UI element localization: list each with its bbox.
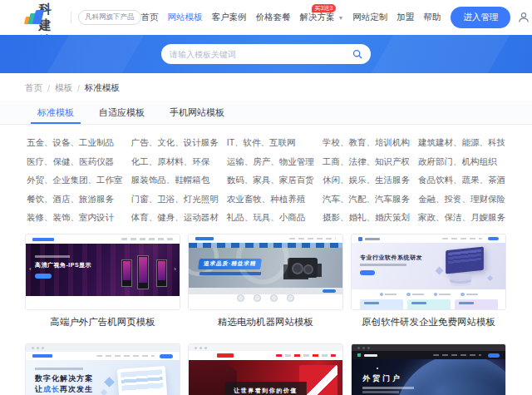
nav-item-pricing[interactable]: 价格套餐	[256, 12, 291, 23]
tab-mobile-template[interactable]: 手机网站模板	[170, 101, 224, 124]
category-link[interactable]: 农业畜牧、种植养殖	[227, 194, 314, 205]
breadcrumb-home[interactable]: 首页	[25, 82, 42, 94]
category-link[interactable]: 建筑建材、能源、科技	[418, 137, 505, 149]
mock-nav-links	[442, 238, 482, 240]
tab-responsive-template[interactable]: 自适应模板	[99, 101, 145, 124]
mock-hero-text: 外贸门户	[362, 373, 402, 384]
category-link[interactable]: 学校、教育、培训机构	[323, 137, 410, 149]
mock-feature-icons	[189, 294, 342, 302]
category-link[interactable]: 家政、保洁、月嫂服务	[418, 212, 505, 224]
cube-graphic	[104, 377, 115, 388]
template-thumbnail: 专业行业软件系统研发	[351, 234, 506, 310]
motor-graphic	[288, 258, 318, 278]
category-link[interactable]: 门窗、卫浴、灯光照明	[131, 194, 219, 205]
mock-nav-links	[96, 355, 155, 358]
mock-text-line	[35, 368, 83, 370]
mock-site-header	[189, 351, 342, 360]
mock-hero-banner: 专业行业软件系统研发	[352, 243, 505, 289]
nav-item-custom[interactable]: 网站定制	[352, 12, 387, 23]
mock-text-line	[362, 387, 414, 389]
template-caption[interactable]: 精选电动机器网站模板	[188, 316, 343, 328]
category-link[interactable]: 装修、装饰、室内设计	[27, 212, 123, 224]
template-card-brand-value[interactable]: 让世界看到你的价值	[188, 343, 343, 395]
pedestal-graphic	[449, 274, 472, 281]
mock-hero-photo: 让世界看到你的价值	[189, 360, 342, 395]
category-link[interactable]: 礼品、玩具、小商品	[227, 212, 314, 224]
mock-hero-banner: 数字化解决方案 让成长再次发生	[26, 360, 180, 395]
search-icon[interactable]	[352, 49, 362, 59]
category-link[interactable]: 服装饰品、鞋帽箱包	[131, 175, 219, 186]
user-menu[interactable]: ▼	[517, 11, 532, 24]
nav-item-join[interactable]: 加盟	[397, 12, 414, 23]
search-banner	[0, 35, 532, 73]
ad-kiosk-graphic	[121, 259, 132, 287]
mock-button	[323, 289, 336, 293]
category-link[interactable]: 体育、健身、运动器材	[131, 212, 219, 224]
mock-hero-text: 让世界看到你的价值	[234, 387, 298, 395]
template-card-software[interactable]: 专业行业软件系统研发 原创软件研发企业免费网站模板	[351, 234, 506, 328]
category-column-1: 五金、设备、工业制品 医疗、保健、医药仪器 外贸、企业集团、工作室 餐饮、酒店、…	[27, 137, 123, 224]
laptop-graphic	[117, 366, 167, 395]
breadcrumb-current: 标准模板	[85, 82, 120, 94]
category-column-3: IT、软件、互联网 运输、房产、物业管理 数码、家具、家居百货 农业畜牧、种植养…	[227, 137, 314, 224]
mock-hero-text-2: 让成长再次发生	[35, 384, 93, 395]
template-type-tabs: 标准模板 自适应模板 手机网站模板	[0, 101, 532, 125]
mock-logo	[32, 354, 52, 358]
nav-item-cases[interactable]: 客户案例	[212, 12, 247, 23]
category-link[interactable]: 金融、投资、理财保险	[418, 194, 505, 205]
mock-logo	[195, 237, 214, 240]
mock-hero-text: 专业行业软件系统研发	[360, 254, 422, 262]
tab-standard-template[interactable]: 标准模板	[37, 101, 74, 124]
category-link[interactable]: 摄影、婚礼、婚庆策划	[323, 212, 410, 224]
template-card-digital[interactable]: 数字化解决方案 让成长再次发生	[25, 343, 180, 395]
mock-nav-links	[289, 238, 336, 240]
template-card-machinery[interactable]: 追求品质·精益求精 精选电动机器网站模板	[188, 234, 343, 328]
template-thumbnail: 高清广视角-IPS显示 ‹ ›	[25, 234, 180, 310]
user-icon	[517, 11, 530, 24]
nav-item-help[interactable]: 帮助	[423, 12, 441, 23]
mock-logo	[32, 238, 54, 241]
template-card-ad-machine[interactable]: 高清广视角-IPS显示 ‹ › 高端户外广告机网页模板	[25, 234, 180, 328]
browser-chrome	[352, 344, 505, 351]
category-link[interactable]: 汽车、汽配、汽车服务	[323, 194, 410, 205]
cube-graphic	[436, 267, 444, 275]
category-link[interactable]: 医疗、保健、医药仪器	[27, 156, 123, 168]
mock-button	[35, 274, 52, 279]
nav-item-solutions[interactable]: 买3送3 解决方案 ▼	[300, 12, 344, 23]
category-link-grid: 五金、设备、工业制品 医疗、保健、医药仪器 外贸、企业集团、工作室 餐饮、酒店、…	[0, 125, 532, 230]
mock-logo-text	[364, 354, 377, 357]
category-link[interactable]: IT、软件、互联网	[227, 137, 314, 149]
category-link[interactable]: 化工、原材料、环保	[131, 156, 219, 168]
category-link[interactable]: 政府部门、机构组织	[418, 156, 505, 168]
category-link[interactable]: 餐饮、酒店、旅游服务	[27, 194, 123, 205]
search-input[interactable]	[170, 50, 352, 59]
search-box[interactable]	[161, 44, 371, 64]
category-link[interactable]: 数码、家具、家居百货	[227, 175, 314, 186]
category-column-2: 广告、文化、设计服务 化工、原材料、环保 服装饰品、鞋帽箱包 门窗、卫浴、灯光照…	[131, 137, 219, 224]
category-link[interactable]: 食品饮料、蔬果、茶酒	[418, 175, 505, 186]
category-column-4: 学校、教育、培训机构 工商、法律、知识产权 休闲、娱乐、生活服务 汽车、汽配、汽…	[323, 137, 410, 224]
breadcrumb-templates[interactable]: 模板	[55, 82, 72, 94]
mock-button	[360, 270, 375, 275]
mock-site-header	[26, 352, 180, 360]
category-link[interactable]: 运输、房产、物业管理	[227, 156, 314, 168]
category-link[interactable]: 外贸、企业集团、工作室	[27, 175, 123, 186]
chevron-down-icon: ▼	[337, 15, 343, 21]
template-thumbnail: 追求品质·精益求精	[188, 234, 343, 310]
template-grid: 高清广视角-IPS显示 ‹ › 高端户外广告机网页模板 追求品质·精益求精	[0, 230, 532, 395]
enter-manage-button[interactable]: 进入管理	[451, 7, 510, 28]
mock-feature-row	[352, 289, 505, 299]
mock-nav-links	[276, 354, 336, 357]
template-card-trade-portal[interactable]: 外贸门户	[351, 343, 506, 395]
category-link[interactable]: 休闲、娱乐、生活服务	[323, 175, 410, 186]
category-link[interactable]: 广告、文化、设计服务	[131, 137, 219, 149]
promo-badge: 买3送3	[312, 4, 337, 12]
nav-item-templates[interactable]: 网站模板	[168, 12, 203, 23]
nav-item-home[interactable]: 首页	[141, 12, 159, 23]
template-caption[interactable]: 高端户外广告机网页模板	[25, 316, 180, 328]
category-link[interactable]: 五金、设备、工业制品	[27, 137, 123, 149]
template-caption[interactable]: 原创软件研发企业免费网站模板	[351, 316, 506, 328]
cube-graphic	[101, 389, 107, 395]
browser-chrome	[26, 344, 180, 352]
category-link[interactable]: 工商、法律、知识产权	[323, 156, 410, 168]
